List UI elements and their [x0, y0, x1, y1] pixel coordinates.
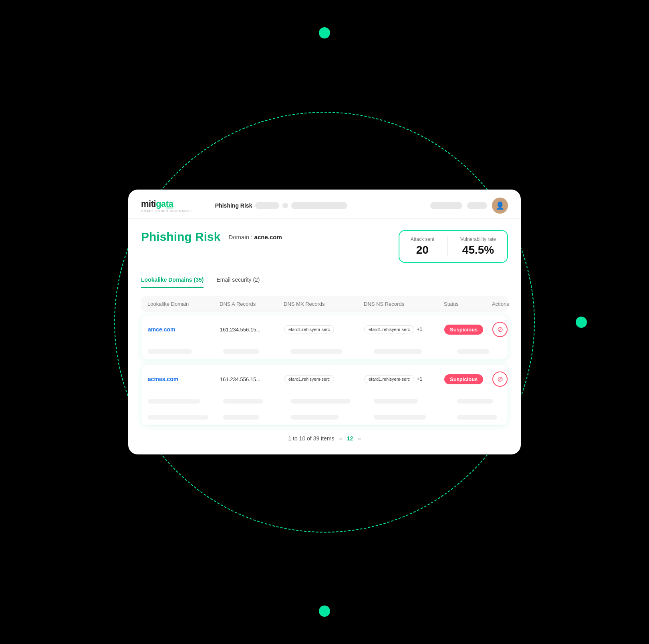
nav-active-item: Phishing Risk	[215, 202, 252, 209]
ban-button-1[interactable]: ⊘	[492, 322, 508, 337]
th-lookalike-domain: Lookalike Domain	[147, 301, 220, 307]
ban-button-2[interactable]: ⊘	[492, 371, 508, 387]
logo-miti: miti	[141, 199, 156, 209]
dns-ns-pill-1: efard1.rehisyem-serc	[364, 325, 414, 333]
actions-cell-2: ⊘ ✓	[492, 371, 508, 387]
bg-dot-bottom	[319, 606, 330, 617]
skeleton-2b-4	[374, 415, 426, 420]
pagination: 1 to 10 of 39 items « 12 »	[141, 435, 508, 442]
dns-mx-pill-2: efard1.rehisyem-serc	[284, 375, 334, 383]
vulnerability-label: Vulnerability rate	[460, 236, 496, 242]
main-card: mitigata SMART CYBER INSURANCE Phishing …	[128, 190, 521, 454]
pagination-range: 1 to 10 of 39 items	[288, 435, 334, 442]
skeleton-2a-1	[148, 399, 200, 404]
skeleton-2b-1	[148, 415, 208, 420]
tabs: Lookalike Domains (35) Email security (2…	[141, 273, 508, 288]
page-header: Phishing Risk Domain : acne.com Attack s…	[141, 230, 508, 263]
logo: mitigata SMART CYBER INSURANCE	[141, 199, 192, 213]
skeleton-1a-5	[457, 349, 489, 354]
pagination-next[interactable]: »	[358, 436, 361, 442]
skeleton-2a-3	[290, 399, 351, 404]
table-row-card-1: amce.com 161.234.556.15... efard1.rehisy…	[141, 315, 508, 360]
status-badge-2: Suspicious	[444, 374, 483, 384]
skeleton-2a-4	[374, 399, 418, 404]
th-actions: Actions	[492, 301, 521, 307]
pagination-current[interactable]: 12	[347, 435, 353, 442]
skeleton-2b-2	[223, 415, 259, 420]
table-row-card-2: acmes.com 161.234.556.15... efard1.rehis…	[141, 365, 508, 426]
logo-ga: ga	[156, 199, 166, 209]
th-dns-ns: DNS NS Records	[364, 301, 444, 307]
domain-cell-2: acmes.com	[148, 375, 220, 383]
dns-ns-cell-2: efard1.rehisyem-serc +1	[364, 375, 444, 383]
dns-ns-cell-1: efard1.rehisyem-serc +1	[364, 325, 444, 333]
stat-vulnerability: Vulnerability rate 45.5%	[447, 236, 496, 256]
skeleton-1a-1	[148, 349, 192, 354]
vulnerability-value: 45.5%	[460, 244, 496, 256]
ip-cell-1: 161.234.556.15...	[220, 327, 284, 333]
nav-divider	[207, 200, 207, 211]
nav-pill-right-2	[467, 202, 487, 209]
dns-more-2: +1	[417, 376, 422, 382]
th-dns-a: DNS A Records	[220, 301, 284, 307]
skeleton-1a-2	[223, 349, 259, 354]
tab-email-security[interactable]: Email security (2)	[216, 273, 260, 288]
dns-more-1: +1	[417, 327, 422, 332]
attack-sent-value: 20	[411, 244, 434, 256]
th-status: Status	[444, 301, 492, 307]
skeleton-2a-5	[457, 399, 493, 404]
ip-cell-2: 161.234.556.15...	[220, 376, 284, 382]
status-badge-1: Suspicious	[444, 325, 483, 335]
dns-ns-pill-2: efard1.rehisyem-serc	[364, 375, 414, 383]
table-header: Lookalike Domain DNS A Records DNS MX Re…	[141, 296, 508, 312]
skeleton-2b-5	[457, 415, 497, 420]
actions-cell-1: ⊘ ✓	[492, 322, 508, 337]
page-title: Phishing Risk	[141, 230, 220, 244]
dns-mx-pill-1: efard1.rehisyem-serc	[284, 325, 334, 333]
skeleton-1a-4	[374, 349, 422, 354]
navbar: mitigata SMART CYBER INSURANCE Phishing …	[128, 190, 521, 219]
domain-label: Domain : acne.com	[228, 234, 282, 240]
skeleton-row-1a	[141, 343, 508, 359]
skeleton-2b-3	[290, 415, 339, 420]
nav-pill-1	[255, 202, 279, 209]
skeleton-row-2a	[141, 393, 508, 409]
bg-dot-right	[576, 317, 587, 328]
th-dns-mx: DNS MX Records	[284, 301, 364, 307]
dns-mx-cell-1: efard1.rehisyem-serc	[284, 325, 364, 333]
avatar[interactable]: 👤	[492, 198, 508, 214]
nav-pill-right-1	[430, 202, 462, 209]
domain-value: acne.com	[254, 234, 282, 240]
pagination-prev[interactable]: «	[339, 436, 342, 442]
page-content: Phishing Risk Domain : acne.com Attack s…	[128, 219, 521, 442]
tab-lookalike-domains[interactable]: Lookalike Domains (35)	[141, 273, 204, 288]
skeleton-row-2b	[141, 409, 508, 425]
domain-cell-1: amce.com	[148, 326, 220, 333]
nav-pill-2	[291, 202, 347, 209]
bg-dot-top	[319, 27, 330, 38]
skeleton-2a-2	[223, 399, 263, 404]
domain-link-2[interactable]: acmes.com	[148, 376, 178, 382]
attack-sent-label: Attack sent	[411, 236, 434, 242]
stats-card: Attack sent 20 Vulnerability rate 45.5%	[399, 230, 508, 263]
nav-right: 👤	[430, 198, 508, 214]
page-title-area: Phishing Risk Domain : acne.com	[141, 230, 282, 244]
stat-attack-sent: Attack sent 20	[411, 236, 434, 256]
table-row-2: acmes.com 161.234.556.15... efard1.rehis…	[141, 365, 508, 393]
logo-subtitle: SMART CYBER INSURANCE	[141, 209, 192, 213]
logo-ta: ta	[166, 199, 173, 209]
nav-dot	[282, 203, 288, 208]
skeleton-1a-3	[290, 349, 343, 354]
dns-mx-cell-2: efard1.rehisyem-serc	[284, 375, 364, 383]
domain-link-1[interactable]: amce.com	[148, 326, 175, 333]
nav-breadcrumb: Phishing Risk	[215, 202, 422, 209]
table-row-1: amce.com 161.234.556.15... efard1.rehisy…	[141, 315, 508, 343]
status-cell-2: Suspicious	[444, 374, 492, 384]
status-cell-1: Suspicious	[444, 325, 492, 335]
